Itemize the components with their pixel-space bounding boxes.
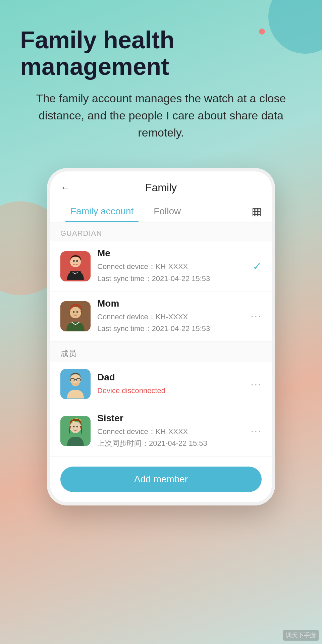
member-detail-sister-sync: 上次同步时间：2021-04-22 15:53 bbox=[97, 437, 251, 449]
member-name-me: Me bbox=[97, 248, 253, 259]
member-action-sister[interactable]: ··· bbox=[251, 425, 262, 437]
member-action-mom[interactable]: ··· bbox=[251, 310, 262, 322]
avatar-dad bbox=[60, 369, 91, 399]
member-name-dad: Dad bbox=[97, 372, 251, 383]
tabs-container: Family account Follow ▦ bbox=[50, 201, 272, 222]
member-detail-mom-sync: Last sync time：2021-04-22 15:53 bbox=[97, 323, 251, 334]
section-label-guardian: GUARDIAN bbox=[50, 222, 272, 241]
member-info-sister: Sister Connect device：KH-XXXX 上次同步时间：202… bbox=[97, 413, 251, 449]
member-name-mom: Mom bbox=[97, 298, 251, 309]
tab-family-account[interactable]: Family account bbox=[60, 201, 144, 222]
tab-follow[interactable]: Follow bbox=[144, 201, 191, 222]
header-section: Family health management The family acco… bbox=[0, 0, 322, 155]
member-detail-mom-device: Connect device：KH-XXXX bbox=[97, 311, 251, 323]
app-title: Family bbox=[145, 181, 177, 194]
avatar-sister-illustration bbox=[60, 416, 91, 446]
member-action-me[interactable]: ✓ bbox=[253, 260, 262, 273]
member-item-me: Me Connect device：KH-XXXX Last sync time… bbox=[50, 241, 272, 291]
svg-point-6 bbox=[70, 307, 81, 318]
avatar-me bbox=[60, 251, 91, 281]
avatar-dad-illustration bbox=[60, 369, 91, 399]
member-detail-sister-device: Connect device：KH-XXXX bbox=[97, 426, 251, 437]
member-item-dad: Dad Device disconnected ··· bbox=[50, 362, 272, 406]
member-info-dad: Dad Device disconnected bbox=[97, 372, 251, 396]
member-item-sister: Sister Connect device：KH-XXXX 上次同步时间：202… bbox=[50, 406, 272, 456]
phone-container: ← Family Family account Follow ▦ GUARDIA… bbox=[0, 168, 322, 505]
member-action-dad[interactable]: ··· bbox=[251, 378, 262, 390]
main-title: Family health management bbox=[20, 27, 302, 80]
svg-point-8 bbox=[76, 311, 78, 313]
member-detail-me-sync: Last sync time：2021-04-22 15:53 bbox=[97, 273, 253, 284]
add-member-button[interactable]: Add member bbox=[60, 467, 262, 492]
section-label-members: 成员 bbox=[50, 341, 272, 362]
add-member-section: Add member bbox=[50, 457, 272, 502]
back-button[interactable]: ← bbox=[60, 182, 70, 193]
svg-point-23 bbox=[76, 426, 78, 428]
phone-screen: ← Family Family account Follow ▦ GUARDIA… bbox=[50, 171, 272, 502]
svg-rect-4 bbox=[70, 271, 81, 278]
avatar-me-illustration bbox=[60, 251, 91, 281]
svg-point-1 bbox=[70, 257, 81, 267]
avatar-sister bbox=[60, 416, 91, 446]
svg-point-3 bbox=[76, 260, 78, 262]
member-name-sister: Sister bbox=[97, 413, 251, 424]
member-item-mom: Mom Connect device：KH-XXXX Last sync tim… bbox=[50, 291, 272, 341]
watermark: 调天下手游 bbox=[283, 630, 319, 641]
member-info-mom: Mom Connect device：KH-XXXX Last sync tim… bbox=[97, 298, 251, 334]
member-detail-dad-status: Device disconnected bbox=[97, 385, 251, 396]
avatar-mom bbox=[60, 301, 91, 331]
svg-point-22 bbox=[73, 426, 75, 428]
svg-point-15 bbox=[70, 422, 81, 433]
app-header: ← Family bbox=[50, 171, 272, 201]
qr-icon[interactable]: ▦ bbox=[252, 205, 262, 218]
subtitle: The family account manages the watch at … bbox=[20, 90, 302, 141]
phone-mockup: ← Family Family account Follow ▦ GUARDIA… bbox=[47, 168, 275, 505]
member-detail-me-device: Connect device：KH-XXXX bbox=[97, 261, 253, 272]
svg-point-7 bbox=[73, 311, 75, 313]
svg-point-2 bbox=[73, 260, 75, 262]
avatar-mom-illustration bbox=[60, 301, 91, 331]
member-info-me: Me Connect device：KH-XXXX Last sync time… bbox=[97, 248, 253, 284]
